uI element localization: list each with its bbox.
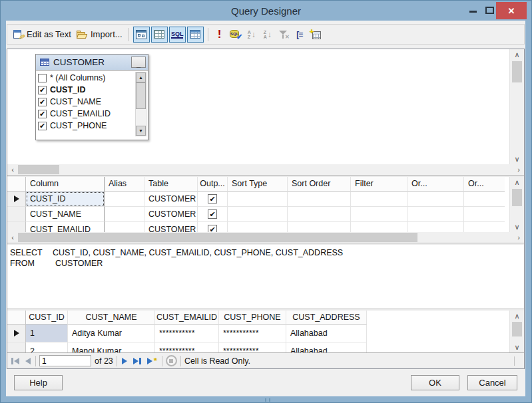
result-col-header-cust-phone[interactable]: CUST_PHONE — [219, 311, 286, 325]
scroll-down-icon[interactable]: ∨ — [510, 221, 524, 232]
scroll-up-arrow-icon[interactable]: ▲ — [136, 72, 146, 82]
result-col-header-cust-id[interactable]: CUST_ID — [26, 311, 68, 325]
row-selector[interactable] — [7, 207, 26, 222]
col-header-output[interactable]: Outp... — [198, 177, 228, 192]
field-row-cust-emailid[interactable]: ✔ CUST_EMAILID — [38, 108, 148, 120]
move-last-button[interactable] — [132, 357, 142, 365]
sort-descending-button[interactable]: ZA ↓ — [260, 27, 276, 43]
checkbox-unchecked[interactable] — [38, 74, 47, 82]
show-sql-pane-button[interactable]: SQL — [169, 27, 186, 43]
stop-execution-button[interactable] — [166, 355, 177, 366]
row-selector[interactable] — [7, 325, 26, 342]
col-header-column[interactable]: Column — [26, 177, 105, 192]
field-row-cust-id[interactable]: ✔ CUST_ID — [38, 84, 148, 96]
scrollbar-thumb[interactable] — [18, 165, 59, 174]
add-table-button[interactable]: + — [308, 27, 324, 43]
field-list-scrollbar[interactable]: ▲ ▼ — [135, 72, 146, 136]
criteria-cell-column[interactable]: CUST_EMAILID — [26, 222, 105, 232]
criteria-cell-sort-order[interactable] — [288, 192, 351, 207]
field-row-cust-phone[interactable]: ✔ CUST_PHONE — [38, 120, 148, 132]
criteria-cell-column[interactable]: CUST_ID — [26, 192, 105, 207]
group-by-button[interactable]: [≡ — [292, 27, 308, 43]
maximize-button[interactable] — [485, 7, 494, 14]
checkbox-checked[interactable]: ✔ — [38, 86, 47, 94]
scrollbar-track[interactable] — [18, 232, 513, 243]
criteria-cell-sort-type[interactable] — [228, 222, 288, 232]
result-cell[interactable]: *********** — [155, 325, 219, 342]
scrollbar-thumb[interactable] — [512, 322, 522, 336]
minimize-button[interactable] — [469, 11, 477, 13]
criteria-cell-sort-type[interactable] — [228, 192, 288, 207]
remove-filter-button[interactable]: ✕ — [276, 27, 292, 43]
result-cell[interactable]: *********** — [219, 325, 286, 342]
resize-grip[interactable] — [265, 398, 270, 402]
help-button[interactable]: Help — [14, 375, 63, 390]
table-window-header[interactable]: CUSTOMER _ — [36, 55, 148, 70]
criteria-vertical-scrollbar[interactable]: ∧ ∨ — [509, 177, 524, 232]
scrollbar-thumb[interactable] — [18, 233, 417, 242]
criteria-cell-or1[interactable] — [407, 207, 464, 222]
result-cell[interactable]: Manoj Kumar — [68, 342, 155, 352]
criteria-horizontal-scrollbar[interactable]: ‹ › — [7, 232, 524, 243]
output-checkbox-checked[interactable]: ✔ — [208, 209, 217, 219]
move-new-button[interactable]: * — [146, 357, 158, 365]
criteria-cell-table[interactable]: CUSTOMER — [144, 192, 198, 207]
row-selector[interactable] — [7, 222, 26, 232]
criteria-cell-column[interactable]: CUST_NAME — [26, 207, 105, 222]
checkbox-checked[interactable]: ✔ — [38, 110, 47, 118]
criteria-cell-or2[interactable] — [464, 192, 505, 207]
criteria-cell-or1[interactable] — [407, 192, 464, 207]
col-header-filter[interactable]: Filter — [351, 177, 407, 192]
field-row-cust-name[interactable]: ✔ CUST_NAME — [38, 96, 148, 108]
col-header-or1[interactable]: Or... — [407, 177, 464, 192]
col-header-sort-type[interactable]: Sort Type — [228, 177, 288, 192]
criteria-cell-sort-order[interactable] — [288, 222, 351, 232]
scrollbar-thumb[interactable] — [512, 61, 522, 82]
sql-pane[interactable]: SELECTCUST_ID, CUST_NAME, CUST_EMAILID, … — [7, 245, 524, 309]
criteria-cell-table[interactable]: CUSTOMER — [144, 207, 198, 222]
scroll-up-icon[interactable]: ∧ — [510, 49, 524, 60]
result-col-header-cust-name[interactable]: CUST_NAME — [68, 311, 155, 325]
criteria-cell-or1[interactable] — [407, 222, 464, 232]
scrollbar-thumb[interactable] — [136, 82, 146, 109]
diagram-vertical-scrollbar[interactable]: ∧ ∨ — [509, 49, 524, 164]
move-next-button[interactable] — [121, 357, 129, 365]
result-cell[interactable]: 2 — [26, 342, 68, 352]
show-results-pane-button[interactable] — [187, 27, 204, 43]
verify-sql-button[interactable]: SQL ✔ — [228, 27, 244, 43]
col-header-table[interactable]: Table — [144, 177, 198, 192]
col-header-alias[interactable]: Alias — [105, 177, 144, 192]
diagram-horizontal-scrollbar[interactable]: ‹ › — [7, 164, 524, 175]
result-cell[interactable]: Allahabad — [286, 342, 367, 352]
output-checkbox-checked[interactable]: ✔ — [208, 194, 217, 203]
show-diagram-pane-button[interactable] — [133, 27, 150, 43]
move-previous-button[interactable] — [24, 357, 32, 365]
scroll-down-icon[interactable]: ∨ — [510, 342, 524, 352]
scrollbar-track[interactable] — [18, 164, 513, 175]
ok-button[interactable]: OK — [411, 375, 459, 390]
scroll-right-icon[interactable]: › — [513, 232, 524, 243]
criteria-cell-or2[interactable] — [464, 207, 505, 222]
criteria-cell-sort-order[interactable] — [288, 207, 351, 222]
edit-as-text-button[interactable]: ✎ Edit as Text — [11, 28, 74, 41]
criteria-cell-alias[interactable] — [105, 192, 144, 207]
criteria-cell-or2[interactable] — [464, 222, 505, 232]
checkbox-checked[interactable]: ✔ — [38, 122, 47, 130]
scroll-up-icon[interactable]: ∧ — [510, 177, 524, 188]
col-header-or2[interactable]: Or... — [464, 177, 505, 192]
row-selector[interactable] — [7, 192, 26, 207]
scrollbar-thumb[interactable] — [512, 189, 522, 206]
output-checkbox-checked[interactable]: ✔ — [208, 225, 217, 232]
result-cell[interactable]: *********** — [219, 342, 286, 352]
sql-statement[interactable]: SELECTCUST_ID, CUST_NAME, CUST_EMAILID, … — [7, 245, 524, 269]
result-cell[interactable]: Allahabad — [286, 325, 367, 342]
execute-query-button[interactable]: ! — [212, 27, 228, 43]
result-cell[interactable]: 1 — [26, 325, 68, 342]
result-cell[interactable]: *********** — [155, 342, 219, 352]
cancel-button[interactable]: Cancel — [467, 375, 517, 390]
results-vertical-scrollbar[interactable]: ∧ ∨ — [509, 311, 524, 352]
row-selector[interactable] — [7, 342, 26, 352]
import-button[interactable]: Import... — [74, 28, 125, 41]
scroll-up-icon[interactable]: ∧ — [510, 311, 524, 321]
scroll-left-icon[interactable]: ‹ — [7, 232, 18, 243]
